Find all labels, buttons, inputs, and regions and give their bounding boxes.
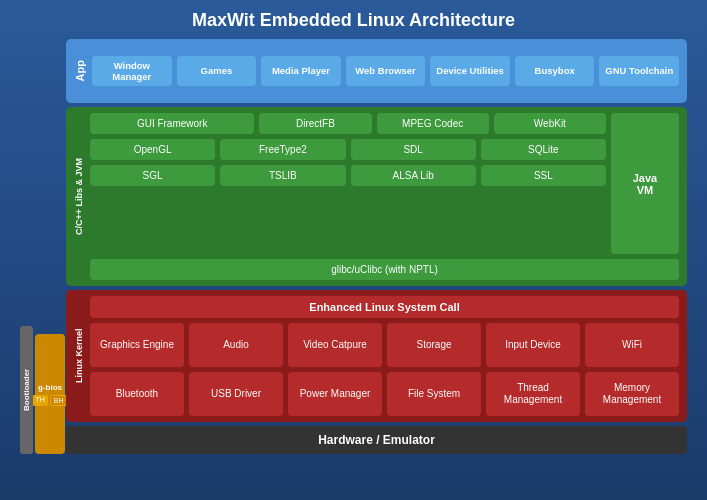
app-layer: App Window Manager Games Media Player We… (66, 39, 687, 103)
page-title: MaxWit Embedded Linux Architecture (20, 10, 687, 31)
main-container: MaxWit Embedded Linux Architecture Bootl… (0, 0, 707, 500)
badge-bh: BH (50, 395, 68, 406)
kernel-row2: Bluetooth USB Driver Power Manager File … (90, 372, 679, 416)
app-item-window-manager: Window Manager (92, 56, 172, 87)
lib-sdl: SDL (351, 139, 476, 160)
kernel-content: Enhanced Linux System Call Graphics Engi… (90, 296, 679, 416)
hardware-bar: Hardware / Emulator (66, 426, 687, 454)
libs-layer-label: C/C++ Libs & JVM (74, 113, 84, 280)
libs-content: GUI Framework DirectFB MPEG Codec WebKit… (90, 113, 679, 280)
lib-directfb: DirectFB (259, 113, 371, 134)
app-items: Window Manager Games Media Player Web Br… (92, 56, 679, 87)
lib-opengl: OpenGL (90, 139, 215, 160)
app-item-games: Games (177, 56, 257, 87)
kernel-layer: Linux Kernel Enhanced Linux System Call … (66, 290, 687, 422)
bootloader-label: Bootloader (20, 326, 33, 454)
lib-alsa: ALSA Lib (351, 165, 476, 186)
app-item-gnu-toolchain: GNU Toolchain (599, 56, 679, 87)
kernel-wifi: WiFi (585, 323, 679, 367)
libs-row1: GUI Framework DirectFB MPEG Codec WebKit (90, 113, 606, 134)
kernel-row1: Graphics Engine Audio Video Catpure Stor… (90, 323, 679, 367)
libs-main: GUI Framework DirectFB MPEG Codec WebKit… (90, 113, 679, 254)
lib-webkit: WebKit (494, 113, 606, 134)
app-item-media-player: Media Player (261, 56, 341, 87)
badge-th: TH (32, 395, 47, 406)
lib-glibc: glibc/uClibc (with NPTL) (90, 259, 679, 280)
kernel-thread-management: Thread Management (486, 372, 580, 416)
app-item-busybox: Busybox (515, 56, 595, 87)
kernel-file-system: File System (387, 372, 481, 416)
lib-sgl: SGL (90, 165, 215, 186)
kernel-video-capture: Video Catpure (288, 323, 382, 367)
lib-tslib: TSLIB (220, 165, 345, 186)
libs-grid: GUI Framework DirectFB MPEG Codec WebKit… (90, 113, 606, 254)
kernel-audio: Audio (189, 323, 283, 367)
kernel-usb-driver: USB Driver (189, 372, 283, 416)
libs-row2: OpenGL FreeType2 SDL SQLite (90, 139, 606, 160)
kernel-layer-label: Linux Kernel (74, 296, 84, 416)
libs-row3: SGL TSLIB ALSA Lib SSL (90, 165, 606, 186)
lib-freetype2: FreeType2 (220, 139, 345, 160)
lib-gui-framework: GUI Framework (90, 113, 254, 134)
kernel-memory-management: Memory Management (585, 372, 679, 416)
lib-mpeg-codec: MPEG Codec (377, 113, 489, 134)
lib-javavm: Java VM (611, 113, 679, 254)
app-item-device-utilities: Device Utilities (430, 56, 510, 87)
kernel-storage: Storage (387, 323, 481, 367)
kernel-power-manager: Power Manager (288, 372, 382, 416)
lib-ssl: SSL (481, 165, 606, 186)
app-item-web-browser: Web Browser (346, 56, 426, 87)
kernel-bluetooth: Bluetooth (90, 372, 184, 416)
kernel-graphics-engine: Graphics Engine (90, 323, 184, 367)
kernel-input-device: Input Device (486, 323, 580, 367)
app-layer-label: App (74, 60, 86, 81)
enhanced-bar: Enhanced Linux System Call (90, 296, 679, 318)
lib-sqlite: SQLite (481, 139, 606, 160)
gbios-label: g-bios (38, 383, 62, 392)
libs-layer: C/C++ Libs & JVM GUI Framework DirectFB … (66, 107, 687, 286)
badge-row: TH BH (32, 395, 67, 406)
gbios-box: g-bios TH BH (35, 334, 65, 454)
